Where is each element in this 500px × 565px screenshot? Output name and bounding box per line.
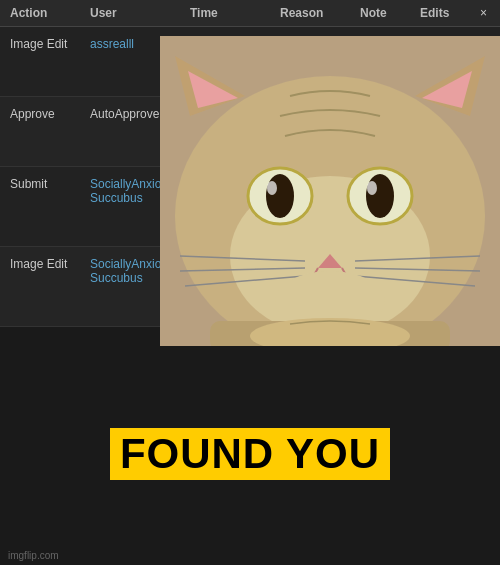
footer: imgflip.com: [0, 546, 67, 565]
cat-image-overlay: [160, 36, 500, 346]
table-header: Action User Time Reason Note Edits ×: [0, 0, 500, 27]
action-cell: Submit: [10, 177, 90, 191]
col-reason-header: Reason: [280, 6, 360, 20]
svg-point-11: [267, 181, 277, 195]
found-you-text: FOUND YOU: [110, 428, 390, 480]
brand-label: imgflip.com: [8, 550, 59, 561]
user-link[interactable]: assrealll: [90, 37, 134, 51]
col-action-header: Action: [10, 6, 90, 20]
col-user-header: User: [90, 6, 190, 20]
svg-point-10: [366, 174, 394, 218]
col-note-header: Note: [360, 6, 420, 20]
action-cell: Approve: [10, 107, 90, 121]
action-cell: Image Edit: [10, 37, 90, 51]
action-cell: Image Edit: [10, 257, 90, 271]
user-text: AutoApprove: [90, 107, 159, 121]
col-edits-header: Edits: [420, 6, 480, 20]
found-you-overlay: FOUND YOU: [0, 428, 500, 480]
svg-point-9: [266, 174, 294, 218]
close-button[interactable]: ×: [480, 6, 487, 20]
svg-point-12: [367, 181, 377, 195]
col-time-header: Time: [190, 6, 280, 20]
